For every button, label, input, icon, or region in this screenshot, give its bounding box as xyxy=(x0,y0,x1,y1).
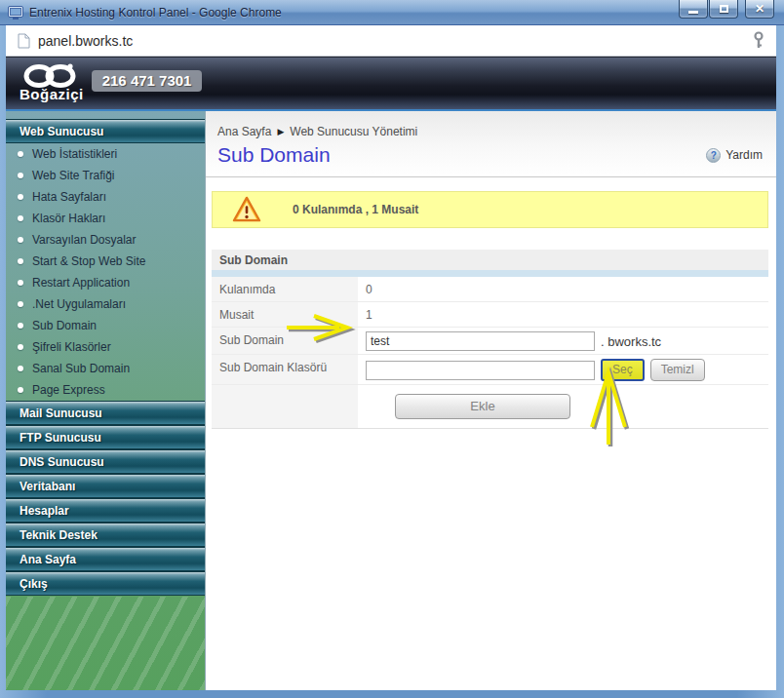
used-value: 0 xyxy=(358,277,768,301)
sidebar: Web Sunucusu Web İstatistikleri Web Site… xyxy=(6,111,205,690)
folder-label: Sub Domain Klasörü xyxy=(212,355,358,384)
available-label: Musait xyxy=(212,302,358,327)
bullet-icon xyxy=(18,366,23,371)
help-link[interactable]: ? Yardım xyxy=(706,148,763,163)
company-logo: Boğaziçi xyxy=(20,62,84,102)
bullet-icon xyxy=(18,215,23,221)
window-titlebar: Entrenix Hosting Kontrol Panel - Google … xyxy=(0,0,784,25)
form-section-title: Sub Domain xyxy=(212,250,768,270)
sidebar-item-sifreli-klasorler[interactable]: Şifreli Klasörler xyxy=(6,336,205,358)
item-label: Restart Application xyxy=(32,276,130,290)
window-title: Entrenix Hosting Kontrol Panel - Google … xyxy=(29,6,282,19)
sidebar-item-varsayilan-dosyalar[interactable]: Varsayılan Dosyalar xyxy=(6,229,205,251)
section-header-strip xyxy=(212,270,768,277)
breadcrumb-section: Web Sunucusu Yönetimi xyxy=(290,125,417,138)
sidebar-item-web-istatistikleri[interactable]: Web İstatistikleri xyxy=(6,143,205,165)
brand-header: Boğaziçi 216 471 7301 xyxy=(6,57,776,109)
folder-input[interactable] xyxy=(366,361,595,380)
row-used: Kulanımda 0 xyxy=(212,277,768,302)
item-label: Hata Sayfaları xyxy=(32,190,106,204)
maximize-button[interactable] xyxy=(709,0,738,19)
sidebar-item-restart-application[interactable]: Restart Application xyxy=(6,272,205,293)
main-content: Ana Sayfa ▶ Web Sunucusu Yönetimi Sub Do… xyxy=(205,111,776,690)
subdomain-input[interactable] xyxy=(366,331,595,351)
sidebar-item-sanal-sub-domain[interactable]: Sanal Sub Domain xyxy=(6,358,205,379)
section-label: Çıkış xyxy=(20,577,48,591)
subdomain-label: Sub Domain xyxy=(212,328,358,354)
bullet-icon xyxy=(18,194,23,200)
row-subdomain: Sub Domain . bworks.tc xyxy=(212,328,768,355)
quota-alert: 0 Kulanımda , 1 Musait xyxy=(212,191,768,228)
item-label: Sub Domain xyxy=(32,319,97,332)
bullet-icon xyxy=(18,344,23,350)
sidebar-decoration xyxy=(6,597,205,690)
bullet-icon xyxy=(18,323,23,329)
item-label: Web Site Trafiği xyxy=(32,169,114,182)
section-label: Web Sunucusu xyxy=(20,125,103,138)
section-label: DNS Sunucusu xyxy=(20,455,104,469)
warning-icon xyxy=(232,196,261,223)
row-submit: Ekle xyxy=(212,385,768,429)
sidebar-item-page-express[interactable]: Page Express xyxy=(6,379,205,401)
available-value: 1 xyxy=(358,302,768,327)
section-label: Hesaplar xyxy=(20,504,69,518)
item-label: Şifreli Klasörler xyxy=(32,340,111,354)
phone-number-badge: 216 471 7301 xyxy=(92,70,203,92)
add-button[interactable]: Ekle xyxy=(395,394,570,419)
quota-alert-text: 0 Kulanımda , 1 Musait xyxy=(293,203,418,216)
sidebar-item-sub-domain[interactable]: Sub Domain xyxy=(6,315,205,336)
select-button[interactable]: Seç xyxy=(601,359,645,381)
sidebar-section-ftp-sunucusu[interactable]: FTP Sunucusu xyxy=(6,425,205,449)
clear-button[interactable]: Temizl xyxy=(650,359,705,381)
sidebar-item-net-uygulamalari[interactable]: .Net Uygulamaları xyxy=(6,293,205,315)
item-label: Varsayılan Dosyalar xyxy=(32,233,137,247)
row-available: Musait 1 xyxy=(212,302,768,328)
bullet-icon xyxy=(18,280,23,286)
sidebar-section-ana-sayfa[interactable]: Ana Sayfa xyxy=(6,547,205,571)
sidebar-section-dns-sunucusu[interactable]: DNS Sunucusu xyxy=(6,449,205,474)
bullet-icon xyxy=(18,237,23,243)
close-button[interactable]: ✕ xyxy=(745,0,774,19)
page-icon xyxy=(18,33,30,49)
browser-window: Entrenix Hosting Kontrol Panel - Google … xyxy=(0,0,784,698)
minimize-button[interactable] xyxy=(679,0,708,19)
item-label: Klasör Hakları xyxy=(32,212,105,225)
section-label: Ana Sayfa xyxy=(20,553,76,566)
breadcrumb-home-link[interactable]: Ana Sayfa xyxy=(217,125,271,138)
sidebar-item-web-site-trafigi[interactable]: Web Site Trafiği xyxy=(6,165,205,186)
section-label: FTP Sunucusu xyxy=(20,431,101,445)
bullet-icon xyxy=(18,151,23,157)
sidebar-section-hesaplar[interactable]: Hesaplar xyxy=(6,498,205,523)
breadcrumb: Ana Sayfa ▶ Web Sunucusu Yönetimi xyxy=(206,111,776,138)
url-text[interactable]: panel.bworks.tc xyxy=(38,33,753,49)
sidebar-item-klasor-haklari[interactable]: Klasör Hakları xyxy=(6,208,205,229)
empty-label-cell xyxy=(212,385,358,428)
domain-suffix: . bworks.tc xyxy=(601,334,661,349)
sidebar-item-start-stop-web-site[interactable]: Start & Stop Web Site xyxy=(6,251,205,272)
used-label: Kulanımda xyxy=(212,277,358,301)
row-folder: Sub Domain Klasörü Seç Temizl xyxy=(212,355,768,385)
sub-domain-form: Sub Domain Kulanımda 0 Musait 1 Sub Doma… xyxy=(212,250,768,429)
bullet-icon xyxy=(18,387,23,393)
minimize-icon xyxy=(688,11,698,14)
logo-text: Boğaziçi xyxy=(20,86,84,102)
item-label: Sanal Sub Domain xyxy=(32,362,130,375)
sidebar-section-veritabani[interactable]: Veritabanı xyxy=(6,474,205,498)
item-label: .Net Uygulamaları xyxy=(32,297,126,311)
chrome-window-icon xyxy=(8,6,23,19)
maximize-icon xyxy=(720,5,728,13)
section-label: Teknik Destek xyxy=(20,528,98,542)
item-label: Web İstatistikleri xyxy=(32,147,117,161)
breadcrumb-separator-icon: ▶ xyxy=(277,127,284,136)
address-bar[interactable]: panel.bworks.tc xyxy=(6,25,776,57)
sidebar-section-web-sunucusu[interactable]: Web Sunucusu xyxy=(6,119,205,143)
key-icon[interactable] xyxy=(753,31,764,51)
sidebar-item-hata-sayfalari[interactable]: Hata Sayfaları xyxy=(6,186,205,208)
bullet-icon xyxy=(18,301,23,307)
help-label: Yardım xyxy=(725,148,763,162)
browser-content: panel.bworks.tc Boğaziçi 216 471 7301 xyxy=(6,25,776,690)
sidebar-section-mail-sunucusu[interactable]: Mail Sunucusu xyxy=(6,401,205,425)
section-label: Veritabanı xyxy=(20,480,75,493)
sidebar-section-cikis[interactable]: Çıkış xyxy=(6,571,205,596)
sidebar-section-teknik-destek[interactable]: Teknik Destek xyxy=(6,523,205,547)
